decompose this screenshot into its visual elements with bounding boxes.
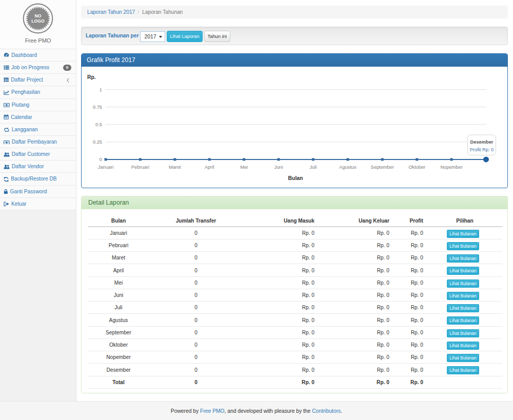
svg-text:0.5: 0.5 xyxy=(95,122,102,127)
svg-text:Desember: Desember xyxy=(470,139,494,145)
svg-text:April: April xyxy=(205,165,214,170)
svg-text:Maret: Maret xyxy=(169,165,181,170)
svg-text:Januari: Januari xyxy=(98,165,114,170)
svg-text:Oktober: Oktober xyxy=(408,165,425,170)
svg-text:Juni: Juni xyxy=(274,165,283,170)
svg-text:0.25: 0.25 xyxy=(93,139,102,145)
svg-text:Bulan: Bulan xyxy=(288,175,303,181)
svg-text:Rp.: Rp. xyxy=(87,74,96,80)
svg-text:0.75: 0.75 xyxy=(93,105,102,110)
svg-text:Juli: Juli xyxy=(309,165,317,170)
svg-text:0: 0 xyxy=(100,157,102,162)
svg-text:Mei: Mei xyxy=(240,165,248,170)
svg-text:NO: NO xyxy=(35,13,42,18)
svg-text:Agustus: Agustus xyxy=(339,165,357,170)
svg-text:September: September xyxy=(371,165,394,170)
svg-text:1: 1 xyxy=(100,87,102,92)
svg-text:Pebruari: Pebruari xyxy=(131,165,149,170)
svg-text:Profit Rp: 0: Profit Rp: 0 xyxy=(470,147,494,152)
svg-text:LOGO: LOGO xyxy=(31,18,45,24)
svg-text:Nopember: Nopember xyxy=(440,165,462,170)
